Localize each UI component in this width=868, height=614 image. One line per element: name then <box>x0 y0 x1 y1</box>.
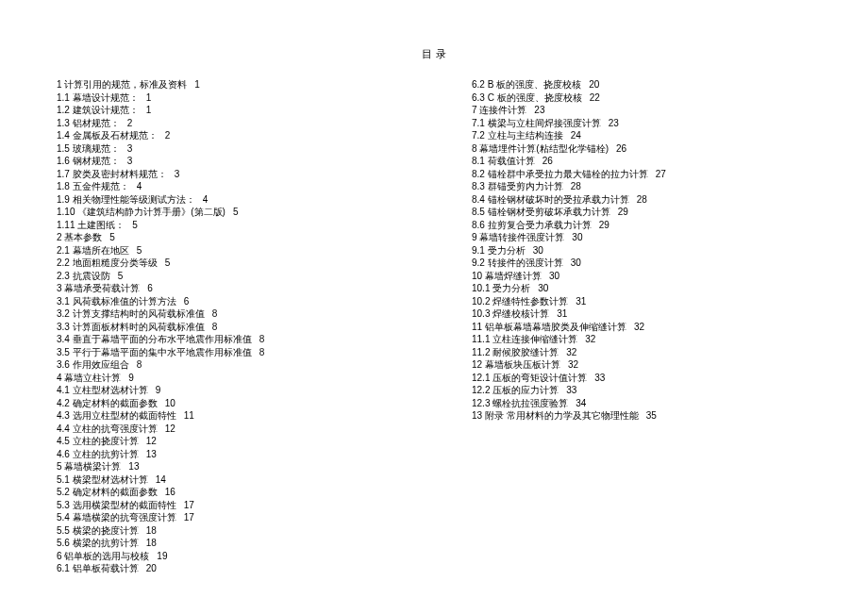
section-page: 29 <box>599 220 609 230</box>
section-title: 铝单板幕墙幕墙胶类及伸缩缝计算 <box>485 322 626 332</box>
section-number: 8 <box>472 143 477 154</box>
toc-item: 10.3 焊缝校核计算31 <box>472 307 811 321</box>
section-title: 金属板及石材规范： <box>73 130 158 141</box>
section-number: 10.2 <box>472 296 490 307</box>
toc-item: 3.1 风荷载标准值的计算方法6 <box>57 295 396 308</box>
section-page: 24 <box>571 130 581 141</box>
section-title: 铝材规范： <box>73 118 120 128</box>
section-title: 立柱的抗剪计算 <box>73 449 139 459</box>
section-title: 胶类及密封材料规范： <box>73 169 167 179</box>
section-number: 9 <box>472 232 477 242</box>
section-title: 计算面板材料时的风荷载标准值 <box>73 322 205 332</box>
section-title: 横梁的挠度计算 <box>73 525 139 536</box>
section-number: 4.6 <box>57 449 70 459</box>
toc-item: 8.1 荷载值计算26 <box>472 155 811 168</box>
section-number: 1.10 <box>57 207 75 217</box>
section-page: 8 <box>259 334 265 344</box>
section-page: 11 <box>184 410 194 421</box>
section-number: 5.1 <box>57 474 70 485</box>
section-page: 6 <box>184 296 190 307</box>
section-number: 6.1 <box>57 563 70 573</box>
section-title: 受力分析 <box>488 245 526 256</box>
section-page: 4 <box>137 181 142 191</box>
section-number: 6.2 <box>472 79 485 90</box>
toc-item: 8.5 锚栓钢材受剪破坏承载力计算29 <box>472 206 811 219</box>
toc-item: 12.3 螺栓抗拉强度验算34 <box>472 397 811 410</box>
section-page: 3 <box>127 156 133 166</box>
section-page: 10 <box>165 398 175 408</box>
toc-item: 5.6 横梁的抗剪计算18 <box>57 537 396 550</box>
section-title: 选用横梁型材的截面特性 <box>73 500 176 510</box>
section-number: 3.1 <box>57 296 70 307</box>
section-title: 铝单板的选用与校核 <box>64 551 149 561</box>
toc-item: 1 计算引用的规范，标准及资料1 <box>57 78 396 91</box>
section-number: 4 <box>57 373 62 383</box>
section-page: 26 <box>542 156 553 166</box>
section-number: 4.3 <box>57 410 70 421</box>
section-number: 3.5 <box>57 347 70 357</box>
section-page: 32 <box>568 359 578 370</box>
toc-item: 4.5 立柱的挠度计算12 <box>57 435 396 448</box>
toc-item: 5 幕墙横梁计算13 <box>57 460 396 473</box>
section-title: 垂直于幕墙平面的分布水平地震作用标准值 <box>73 334 252 344</box>
toc-item: 11.1 立柱连接伸缩缝计算32 <box>472 333 811 346</box>
section-title: 焊缝校核计算 <box>492 308 549 319</box>
section-page: 30 <box>571 257 581 268</box>
section-number: 9.1 <box>472 245 485 256</box>
section-number: 1.8 <box>57 181 70 191</box>
section-page: 31 <box>557 308 567 319</box>
section-page: 34 <box>576 398 586 408</box>
section-title: 铝单板荷载计算 <box>73 563 139 573</box>
section-number: 5.3 <box>57 500 70 510</box>
section-number: 1.9 <box>57 194 70 205</box>
section-number: 1.3 <box>57 118 70 128</box>
toc-item: 7.2 立柱与主结构连接24 <box>472 129 811 142</box>
toc-item: 8.4 锚栓钢材破坏时的受拉承载力计算28 <box>472 193 811 207</box>
toc-item: 10.1 受力分析30 <box>472 282 811 295</box>
section-number: 6.3 <box>472 92 485 103</box>
section-number: 6 <box>57 551 62 561</box>
section-title: 幕墙板块压板计算 <box>485 359 560 370</box>
section-title: 立柱与主结构连接 <box>488 130 563 141</box>
toc-item: 4.3 选用立柱型材的截面特性11 <box>57 409 396 423</box>
toc-item: 12.2 压板的应力计算33 <box>472 384 811 397</box>
section-title: 群锚受剪内力计算 <box>488 181 563 191</box>
toc-item: 6 铝单板的选用与校核19 <box>57 550 396 563</box>
toc-item: 9 幕墙转接件强度计算30 <box>472 231 811 244</box>
section-number: 3 <box>57 283 62 293</box>
section-page: 18 <box>146 538 157 548</box>
toc-item: 5.5 横梁的挠度计算18 <box>57 524 396 538</box>
section-number: 7.2 <box>472 130 485 141</box>
section-title: 地面粗糙度分类等级 <box>73 257 158 268</box>
section-number: 1 <box>57 79 62 90</box>
toc-item: 2.2 地面粗糙度分类等级5 <box>57 257 396 270</box>
section-title: 横梁型材选材计算 <box>73 474 148 485</box>
section-title: 平行于幕墙平面的集中水平地震作用标准值 <box>73 347 252 357</box>
section-page: 1 <box>146 105 152 115</box>
section-title: 螺栓抗拉强度验算 <box>492 398 568 408</box>
section-page: 23 <box>609 118 619 128</box>
section-title: 幕墙横梁的抗弯强度计算 <box>73 512 176 523</box>
section-number: 3.4 <box>57 334 70 344</box>
toc-item: 2.3 抗震设防5 <box>57 270 396 283</box>
section-number: 12.2 <box>472 385 490 395</box>
section-page: 14 <box>156 474 166 485</box>
section-title: 土建图纸： <box>77 220 125 230</box>
section-number: 1.2 <box>57 105 70 115</box>
section-number: 8.1 <box>472 156 485 166</box>
toc-item: 3.6 作用效应组合8 <box>57 358 396 372</box>
toc-item: 7.1 横梁与立柱间焊接强度计算23 <box>472 117 811 130</box>
section-title: 转接件的强度计算 <box>488 257 563 268</box>
section-page: 33 <box>594 373 605 383</box>
toc-item: 6.3 C 板的强度、挠度校核22 <box>472 91 811 105</box>
toc-left-column: 1 计算引用的规范，标准及资料11.1 幕墙设计规范：11.2 建筑设计规范：1… <box>57 78 415 575</box>
section-page: 8 <box>137 359 142 370</box>
toc-item: 9.1 受力分析30 <box>472 244 811 257</box>
section-title: 计算引用的规范，标准及资料 <box>64 79 187 90</box>
section-page: 8 <box>212 322 218 332</box>
section-number: 1.1 <box>57 92 70 103</box>
toc-item: 5.4 幕墙横梁的抗弯强度计算17 <box>57 511 396 524</box>
section-number: 4.1 <box>57 385 70 395</box>
section-number: 2.1 <box>57 245 70 256</box>
section-number: 3.2 <box>57 308 70 319</box>
